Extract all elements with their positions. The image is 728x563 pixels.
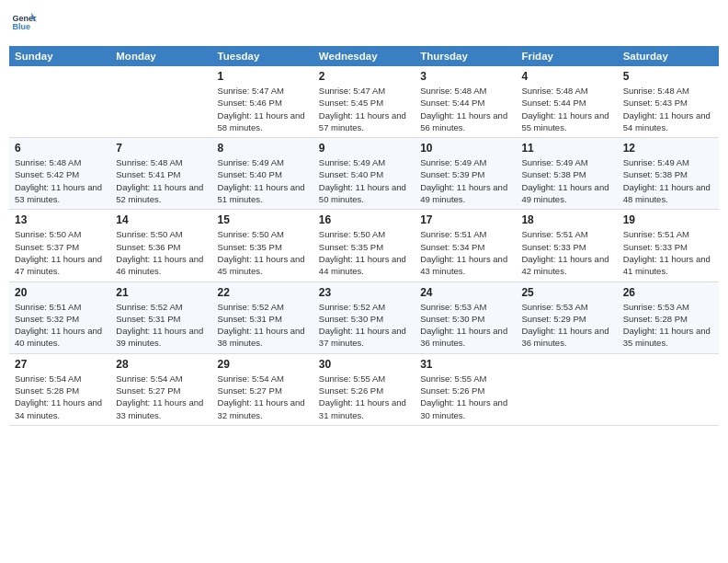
day-info: Sunrise: 5:48 AMSunset: 5:44 PMDaylight:… [420, 85, 510, 133]
day-number: 21 [116, 286, 206, 299]
day-info: Sunrise: 5:52 AMSunset: 5:31 PMDaylight:… [116, 301, 206, 350]
day-number: 5 [623, 70, 713, 83]
day-info: Sunrise: 5:51 AMSunset: 5:32 PMDaylight:… [15, 301, 105, 350]
day-info: Sunrise: 5:55 AMSunset: 5:26 PMDaylight:… [319, 373, 409, 421]
day-number: 4 [521, 70, 611, 83]
day-number: 29 [218, 358, 308, 371]
day-cell: 26Sunrise: 5:53 AMSunset: 5:28 PMDayligh… [618, 282, 719, 353]
day-info: Sunrise: 5:49 AMSunset: 5:38 PMDaylight:… [623, 156, 713, 205]
day-number: 24 [420, 286, 510, 299]
day-cell: 17Sunrise: 5:51 AMSunset: 5:34 PMDayligh… [415, 210, 516, 282]
day-info: Sunrise: 5:48 AMSunset: 5:41 PMDaylight:… [116, 156, 206, 205]
week-row-2: 6Sunrise: 5:48 AMSunset: 5:42 PMDaylight… [9, 138, 719, 210]
day-cell: 30Sunrise: 5:55 AMSunset: 5:26 PMDayligh… [313, 353, 415, 425]
day-number: 28 [116, 358, 206, 371]
day-cell: 23Sunrise: 5:52 AMSunset: 5:30 PMDayligh… [313, 282, 415, 353]
day-cell: 2Sunrise: 5:47 AMSunset: 5:45 PMDaylight… [313, 66, 415, 138]
col-header-thursday: Thursday [415, 46, 516, 66]
day-cell: 27Sunrise: 5:54 AMSunset: 5:28 PMDayligh… [9, 353, 110, 425]
logo-icon: General Blue [11, 9, 37, 35]
day-cell: 11Sunrise: 5:49 AMSunset: 5:38 PMDayligh… [516, 138, 617, 210]
day-cell: 25Sunrise: 5:53 AMSunset: 5:29 PMDayligh… [516, 282, 617, 353]
day-info: Sunrise: 5:53 AMSunset: 5:30 PMDaylight:… [420, 301, 510, 350]
day-cell: 31Sunrise: 5:55 AMSunset: 5:26 PMDayligh… [415, 353, 516, 425]
day-number: 25 [521, 286, 611, 299]
col-header-saturday: Saturday [618, 46, 719, 66]
day-cell: 20Sunrise: 5:51 AMSunset: 5:32 PMDayligh… [9, 282, 110, 353]
day-info: Sunrise: 5:52 AMSunset: 5:30 PMDaylight:… [319, 301, 409, 350]
day-cell [618, 353, 719, 425]
day-info: Sunrise: 5:49 AMSunset: 5:40 PMDaylight:… [319, 156, 409, 205]
day-number: 26 [623, 286, 713, 299]
day-cell: 8Sunrise: 5:49 AMSunset: 5:40 PMDaylight… [212, 138, 313, 210]
day-cell [9, 66, 110, 138]
page-header: General Blue [9, 9, 719, 39]
day-info: Sunrise: 5:54 AMSunset: 5:28 PMDaylight:… [15, 373, 105, 421]
week-row-5: 27Sunrise: 5:54 AMSunset: 5:28 PMDayligh… [9, 353, 719, 425]
day-cell: 24Sunrise: 5:53 AMSunset: 5:30 PMDayligh… [415, 282, 516, 353]
day-cell: 6Sunrise: 5:48 AMSunset: 5:42 PMDaylight… [9, 138, 110, 210]
logo: General Blue [9, 9, 37, 39]
header-row: SundayMondayTuesdayWednesdayThursdayFrid… [9, 46, 719, 66]
day-number: 3 [420, 70, 510, 83]
day-info: Sunrise: 5:49 AMSunset: 5:39 PMDaylight:… [420, 156, 510, 205]
day-info: Sunrise: 5:49 AMSunset: 5:38 PMDaylight:… [521, 156, 611, 205]
calendar-table: SundayMondayTuesdayWednesdayThursdayFrid… [9, 46, 719, 426]
day-info: Sunrise: 5:48 AMSunset: 5:44 PMDaylight:… [521, 85, 611, 133]
day-info: Sunrise: 5:50 AMSunset: 5:37 PMDaylight:… [15, 228, 105, 277]
day-cell: 10Sunrise: 5:49 AMSunset: 5:39 PMDayligh… [415, 138, 516, 210]
day-info: Sunrise: 5:50 AMSunset: 5:35 PMDaylight:… [319, 228, 409, 277]
day-info: Sunrise: 5:53 AMSunset: 5:29 PMDaylight:… [521, 301, 611, 350]
day-info: Sunrise: 5:51 AMSunset: 5:33 PMDaylight:… [623, 228, 713, 277]
day-cell: 16Sunrise: 5:50 AMSunset: 5:35 PMDayligh… [313, 210, 415, 282]
day-info: Sunrise: 5:51 AMSunset: 5:34 PMDaylight:… [420, 228, 510, 277]
day-number: 19 [623, 213, 713, 226]
day-number: 13 [15, 213, 105, 226]
day-number: 23 [319, 286, 409, 299]
day-info: Sunrise: 5:47 AMSunset: 5:45 PMDaylight:… [319, 85, 409, 133]
day-cell: 15Sunrise: 5:50 AMSunset: 5:35 PMDayligh… [212, 210, 313, 282]
week-row-4: 20Sunrise: 5:51 AMSunset: 5:32 PMDayligh… [9, 282, 719, 353]
day-info: Sunrise: 5:55 AMSunset: 5:26 PMDaylight:… [420, 373, 510, 421]
day-cell: 3Sunrise: 5:48 AMSunset: 5:44 PMDaylight… [415, 66, 516, 138]
day-cell [110, 66, 211, 138]
day-number: 31 [420, 358, 510, 371]
day-info: Sunrise: 5:54 AMSunset: 5:27 PMDaylight:… [116, 373, 206, 421]
day-cell: 19Sunrise: 5:51 AMSunset: 5:33 PMDayligh… [618, 210, 719, 282]
day-number: 17 [420, 213, 510, 226]
col-header-friday: Friday [516, 46, 617, 66]
day-number: 2 [319, 70, 409, 83]
day-number: 16 [319, 213, 409, 226]
day-cell: 12Sunrise: 5:49 AMSunset: 5:38 PMDayligh… [618, 138, 719, 210]
day-info: Sunrise: 5:49 AMSunset: 5:40 PMDaylight:… [218, 156, 308, 205]
day-number: 14 [116, 213, 206, 226]
day-cell: 1Sunrise: 5:47 AMSunset: 5:46 PMDaylight… [212, 66, 313, 138]
day-number: 20 [15, 286, 105, 299]
day-number: 18 [521, 213, 611, 226]
day-cell: 28Sunrise: 5:54 AMSunset: 5:27 PMDayligh… [110, 353, 211, 425]
day-info: Sunrise: 5:50 AMSunset: 5:35 PMDaylight:… [218, 228, 308, 277]
day-number: 1 [218, 70, 308, 83]
day-number: 11 [521, 142, 611, 155]
day-number: 12 [623, 142, 713, 155]
day-cell: 7Sunrise: 5:48 AMSunset: 5:41 PMDaylight… [110, 138, 211, 210]
day-number: 15 [218, 213, 308, 226]
col-header-tuesday: Tuesday [212, 46, 313, 66]
week-row-3: 13Sunrise: 5:50 AMSunset: 5:37 PMDayligh… [9, 210, 719, 282]
day-number: 30 [319, 358, 409, 371]
col-header-sunday: Sunday [9, 46, 110, 66]
svg-text:Blue: Blue [12, 22, 30, 31]
day-cell: 18Sunrise: 5:51 AMSunset: 5:33 PMDayligh… [516, 210, 617, 282]
day-info: Sunrise: 5:48 AMSunset: 5:42 PMDaylight:… [15, 156, 105, 205]
day-number: 6 [15, 142, 105, 155]
day-cell: 21Sunrise: 5:52 AMSunset: 5:31 PMDayligh… [110, 282, 211, 353]
day-info: Sunrise: 5:50 AMSunset: 5:36 PMDaylight:… [116, 228, 206, 277]
day-cell: 4Sunrise: 5:48 AMSunset: 5:44 PMDaylight… [516, 66, 617, 138]
day-cell: 14Sunrise: 5:50 AMSunset: 5:36 PMDayligh… [110, 210, 211, 282]
day-info: Sunrise: 5:52 AMSunset: 5:31 PMDaylight:… [218, 301, 308, 350]
day-info: Sunrise: 5:53 AMSunset: 5:28 PMDaylight:… [623, 301, 713, 350]
day-cell: 29Sunrise: 5:54 AMSunset: 5:27 PMDayligh… [212, 353, 313, 425]
day-cell [516, 353, 617, 425]
day-number: 8 [218, 142, 308, 155]
day-cell: 13Sunrise: 5:50 AMSunset: 5:37 PMDayligh… [9, 210, 110, 282]
